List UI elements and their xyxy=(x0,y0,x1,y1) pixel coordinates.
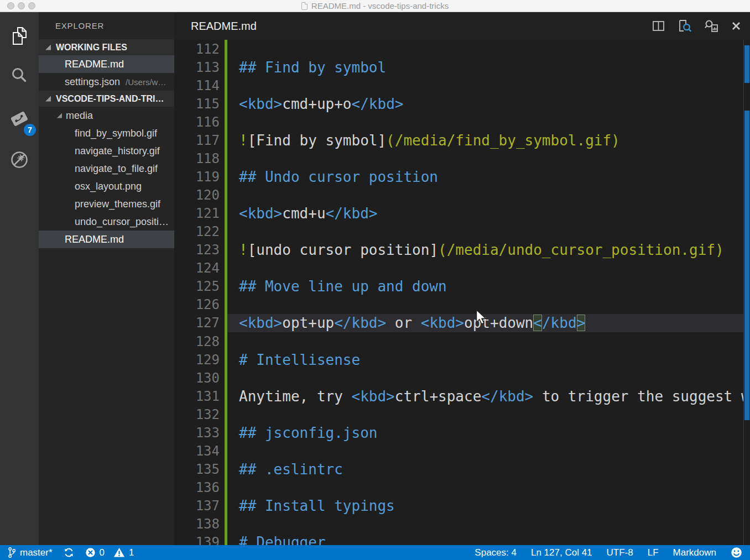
code-line[interactable]: 132 xyxy=(174,405,750,423)
sync-button[interactable] xyxy=(64,547,74,558)
encoding-indicator[interactable]: UTF-8 xyxy=(607,547,633,558)
code-text: # Debugger xyxy=(239,534,326,545)
tree-file-item[interactable]: undo_cursor_positi… xyxy=(39,213,174,231)
working-file-item[interactable]: settings.json/Users/w… xyxy=(39,73,174,91)
tree-file-item[interactable]: preview_themes.gif xyxy=(39,195,174,213)
preview-side-icon[interactable] xyxy=(704,19,719,33)
code-line[interactable]: 134 xyxy=(174,442,750,460)
line-number: 137 xyxy=(174,498,220,514)
section-header-working-files[interactable]: WORKING FILES xyxy=(39,39,174,55)
tree-file-item[interactable]: find_by_symbol.gif xyxy=(39,124,174,142)
code-line[interactable]: 120 xyxy=(174,186,750,205)
code-line[interactable]: 129# Intellisense xyxy=(174,350,750,369)
line-number: 121 xyxy=(174,206,220,221)
activity-git[interactable]: 7 xyxy=(0,102,39,136)
code-line[interactable]: 123![undo cursor position](/media/undo_c… xyxy=(174,241,750,259)
line-number: 127 xyxy=(174,315,220,331)
code-text: ## Undo cursor position xyxy=(239,169,438,185)
code-line[interactable]: 137## Install typings xyxy=(174,497,750,515)
working-file-item[interactable]: README.md xyxy=(39,55,174,73)
tree-file-item[interactable]: README.md xyxy=(39,231,174,248)
code-token: [undo cursor position] xyxy=(248,242,438,258)
feedback-smiley-icon[interactable] xyxy=(731,547,742,558)
editor-file-title[interactable]: README.md xyxy=(174,20,257,33)
code-token: [Find by symbol] xyxy=(248,132,386,149)
code-line[interactable]: 121<kbd>cmd+u</kbd> xyxy=(174,205,750,223)
code-line[interactable]: 115<kbd>cmd+up+o</kbd> xyxy=(174,95,750,113)
editor-content[interactable]: 112113## Find by symbol114115<kbd>cmd+up… xyxy=(174,40,750,545)
code-token: < xyxy=(533,315,542,331)
code-text: ## Move line up and down xyxy=(239,278,447,295)
git-added-gutter xyxy=(225,278,227,296)
code-line[interactable]: 119## Undo cursor position xyxy=(174,168,750,186)
line-number: 130 xyxy=(174,370,220,386)
close-icon[interactable] xyxy=(731,21,741,31)
code-token: <kbd> xyxy=(421,315,464,331)
activity-explorer[interactable] xyxy=(0,19,39,53)
code-line[interactable]: 127<kbd>opt+up</kbd> or <kbd>opt+down</k… xyxy=(174,314,750,332)
activity-debug[interactable] xyxy=(0,143,39,177)
minimize-window-button[interactable] xyxy=(18,2,25,9)
code-token: or xyxy=(386,315,421,331)
code-line[interactable]: 122 xyxy=(174,223,750,241)
zoom-window-button[interactable] xyxy=(28,2,35,9)
chevron-expanded-icon xyxy=(45,96,51,102)
code-line[interactable]: 114 xyxy=(174,76,750,95)
code-text: ![Find by symbol](/media/find_by_symbol.… xyxy=(239,132,620,149)
code-line[interactable]: 117![Find by symbol](/media/find_by_symb… xyxy=(174,131,750,149)
code-line[interactable]: 125## Move line up and down xyxy=(174,278,750,296)
code-line[interactable]: 124 xyxy=(174,259,750,278)
code-text: <kbd>cmd+up+o</kbd> xyxy=(239,96,403,112)
line-number: 126 xyxy=(174,297,220,312)
code-line[interactable]: 116 xyxy=(174,113,750,131)
code-token: # Debugger xyxy=(239,534,326,545)
code-line[interactable]: 133## jsconfig.json xyxy=(174,423,750,442)
tree-file-item[interactable]: navigate_to_file.gif xyxy=(39,160,174,177)
editor-scrollbar[interactable] xyxy=(743,40,750,545)
line-number: 113 xyxy=(174,60,220,75)
git-added-gutter xyxy=(225,387,227,405)
code-token: <kbd> xyxy=(239,96,282,112)
code-line[interactable]: 130 xyxy=(174,369,750,387)
eol-indicator[interactable]: LF xyxy=(648,547,659,558)
indent-indicator[interactable]: Spaces: 4 xyxy=(475,547,517,558)
git-added-gutter xyxy=(225,460,227,478)
code-text: ## jsconfig.json xyxy=(239,425,377,441)
git-branch-indicator[interactable]: master* xyxy=(8,547,53,558)
code-line[interactable]: 126 xyxy=(174,296,750,314)
activity-search[interactable] xyxy=(0,59,39,93)
code-line[interactable]: 131Anytime, try <kbd>ctrl+space</kbd> to… xyxy=(174,387,750,405)
language-indicator[interactable]: Markdown xyxy=(673,547,716,558)
section-header-folder[interactable]: VSCODE-TIPS-AND-TRI… xyxy=(39,91,174,107)
line-number: 125 xyxy=(174,279,220,294)
code-text: # Intellisense xyxy=(239,352,360,368)
code-line[interactable]: 113## Find by symbol xyxy=(174,58,750,76)
split-editor-icon[interactable] xyxy=(652,19,665,33)
code-line[interactable]: 135## .eslintrc xyxy=(174,460,750,478)
line-number: 116 xyxy=(174,114,220,130)
line-number: 124 xyxy=(174,260,220,276)
code-line[interactable]: 118 xyxy=(174,149,750,168)
git-added-gutter xyxy=(225,350,227,369)
git-added-gutter xyxy=(225,186,227,205)
tree-folder-item[interactable]: media xyxy=(39,107,174,124)
code-line[interactable]: 138 xyxy=(174,515,750,533)
editor-actions xyxy=(652,19,750,33)
close-window-button[interactable] xyxy=(7,2,14,9)
problems-indicator[interactable]: 0 1 xyxy=(85,547,134,558)
code-token: ## Undo cursor position xyxy=(239,169,438,185)
git-added-gutter xyxy=(225,515,227,533)
explorer-sidebar: EXPLORER WORKING FILES README.mdsettings… xyxy=(39,12,174,545)
code-line[interactable]: 128 xyxy=(174,332,750,350)
code-text: ## Find by symbol xyxy=(239,59,386,76)
cursor-position-indicator[interactable]: Ln 127, Col 41 xyxy=(531,547,592,558)
open-preview-icon[interactable] xyxy=(678,19,692,33)
code-text: ![undo cursor position](/media/undo_curs… xyxy=(239,242,724,258)
editor-lines: 112113## Find by symbol114115<kbd>cmd+up… xyxy=(174,40,750,545)
code-line[interactable]: 112 xyxy=(174,40,750,58)
code-line[interactable]: 136 xyxy=(174,479,750,497)
activity-bar: 7 xyxy=(0,12,39,545)
tree-file-item[interactable]: osx_layout.png xyxy=(39,177,174,195)
tree-file-item[interactable]: navigate_history.gif xyxy=(39,142,174,160)
code-line[interactable]: 139# Debugger xyxy=(174,533,750,545)
